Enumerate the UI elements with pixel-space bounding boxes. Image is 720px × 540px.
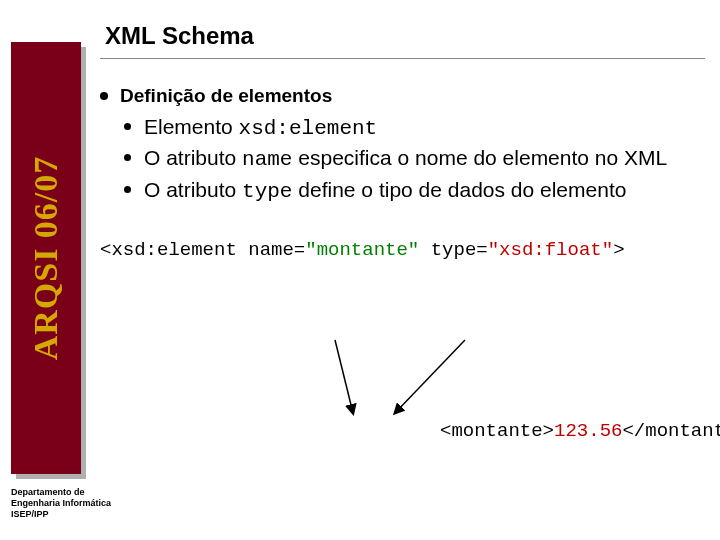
bullet-lvl1: Definição de elementos	[100, 85, 710, 107]
list-item: O atributo type define o tipo de dados d…	[124, 176, 710, 205]
text-post: define o tipo de dados do elemento	[292, 178, 626, 201]
code-line: <xsd:element name="montante" type="xsd:f…	[100, 239, 710, 261]
code-span: type	[242, 180, 292, 203]
footer-line: Departamento de	[11, 487, 111, 498]
example-val: 123.56	[554, 420, 622, 442]
code-close: >	[613, 239, 624, 261]
bullet-dot-icon	[124, 123, 131, 130]
list-text: O atributo name especifica o nome do ele…	[144, 144, 667, 173]
bullet-dot-icon	[124, 154, 131, 161]
sublist: Elemento xsd:element O atributo name esp…	[124, 113, 710, 205]
page-title: XML Schema	[105, 22, 254, 50]
arrow-icon	[335, 340, 353, 413]
example-line: <montante>123.56</montante>	[440, 420, 720, 442]
sidebar-label: ARQSI 06/07	[27, 156, 65, 361]
list-item: O atributo name especifica o nome do ele…	[124, 144, 710, 173]
example-close: </montante>	[622, 420, 720, 442]
code-span: xsd:element	[239, 117, 378, 140]
code-attr2-name: type=	[431, 239, 488, 261]
list-text: O atributo type define o tipo de dados d…	[144, 176, 626, 205]
footer-line: ISEP/IPP	[11, 509, 111, 520]
code-attr2-val: "xsd:float"	[488, 239, 613, 261]
code-span: name	[242, 148, 292, 171]
example-open: <montante>	[440, 420, 554, 442]
bullet-dot-icon	[124, 186, 131, 193]
arrow-icon	[395, 340, 465, 413]
heading: Definição de elementos	[120, 85, 332, 107]
text-pre: O atributo	[144, 178, 242, 201]
code-open: <xsd:element	[100, 239, 248, 261]
arrows-svg	[295, 335, 545, 425]
code-attr1-name: name=	[248, 239, 305, 261]
footer: Departamento de Engenharia Informática I…	[11, 487, 111, 519]
content: Definição de elementos Elemento xsd:elem…	[100, 85, 710, 261]
title-rule	[100, 58, 705, 59]
list-item: Elemento xsd:element	[124, 113, 710, 142]
code-attr1-val: "montante"	[305, 239, 419, 261]
bullet-dot-icon	[100, 92, 108, 100]
list-text: Elemento xsd:element	[144, 113, 377, 142]
text-pre: O atributo	[144, 146, 242, 169]
text-pre: Elemento	[144, 115, 239, 138]
text-post: especifica o nome do elemento no XML	[292, 146, 667, 169]
code-sep	[419, 239, 430, 261]
sidebar: ARQSI 06/07	[11, 42, 81, 474]
footer-line: Engenharia Informática	[11, 498, 111, 509]
